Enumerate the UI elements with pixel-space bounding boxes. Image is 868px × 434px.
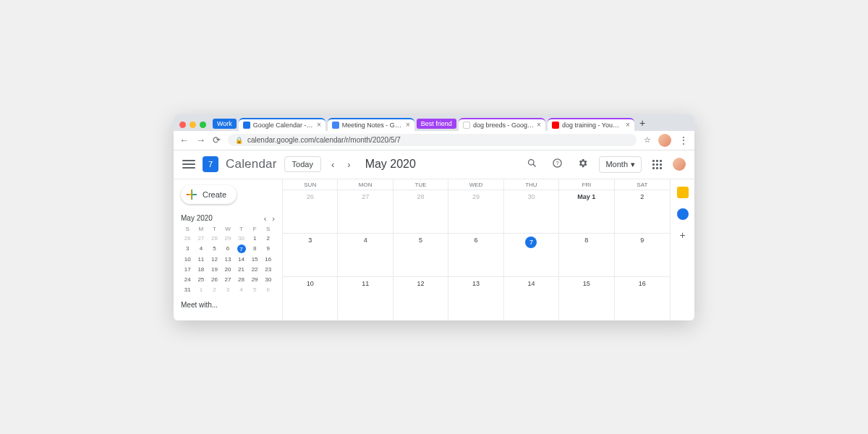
mini-day-cell[interactable]: 28 <box>208 234 221 242</box>
mini-day-cell[interactable]: 10 <box>181 255 195 263</box>
mini-day-cell[interactable]: 6 <box>221 244 235 253</box>
mini-calendar[interactable]: SMTWTFS262728293012345678910111213141516… <box>181 226 275 294</box>
mini-prev-button[interactable]: ‹ <box>264 214 267 223</box>
tab-google-calendar[interactable]: Google Calendar - May 20... × <box>239 118 326 131</box>
google-apps-icon[interactable] <box>649 160 665 169</box>
meet-with-link[interactable]: Meet with... <box>181 301 275 309</box>
mini-day-cell[interactable]: 2 <box>208 286 221 294</box>
mini-day-cell[interactable]: 22 <box>248 265 262 273</box>
day-cell[interactable]: 13 <box>448 277 503 320</box>
day-cell[interactable]: 14 <box>504 277 559 320</box>
profile-avatar[interactable] <box>658 134 671 147</box>
mini-day-cell[interactable]: 29 <box>221 234 235 242</box>
day-cell[interactable]: 6 <box>448 234 503 276</box>
day-cell[interactable]: 5 <box>393 234 448 276</box>
tab-group-work[interactable]: Work <box>213 119 237 129</box>
mini-day-cell[interactable]: 24 <box>181 276 195 284</box>
search-icon[interactable] <box>523 158 541 171</box>
mini-day-cell[interactable]: 6 <box>261 286 275 294</box>
next-month-button[interactable]: › <box>344 159 353 170</box>
mini-day-cell[interactable]: 12 <box>208 255 221 263</box>
tab-group-best-friend[interactable]: Best friend <box>417 119 456 129</box>
back-button[interactable]: ← <box>179 135 189 145</box>
account-avatar[interactable] <box>673 158 686 171</box>
mini-day-cell[interactable]: 17 <box>181 265 195 273</box>
tab-dog-breeds[interactable]: dog breeds - Google Sear... × <box>459 118 545 131</box>
mini-day-cell[interactable]: 4 <box>234 286 248 294</box>
day-cell[interactable]: 26 <box>283 190 338 233</box>
mini-day-cell[interactable]: 7 <box>237 244 246 253</box>
mini-day-cell[interactable]: 1 <box>248 234 262 242</box>
mini-day-cell[interactable]: 14 <box>234 255 248 263</box>
mini-day-cell[interactable]: 26 <box>181 234 195 242</box>
keep-icon[interactable] <box>677 187 689 198</box>
day-cell[interactable]: 8 <box>559 234 614 276</box>
mini-day-cell[interactable]: 29 <box>248 276 262 284</box>
mini-day-cell[interactable]: 13 <box>221 255 235 263</box>
mini-day-cell[interactable]: 30 <box>261 276 275 284</box>
day-cell[interactable]: 16 <box>615 277 670 320</box>
mini-day-cell[interactable]: 15 <box>248 255 262 263</box>
tab-dog-training[interactable]: dog training - YouTube × <box>548 118 634 131</box>
close-tab-icon[interactable]: × <box>406 122 410 129</box>
maximize-window-icon[interactable] <box>200 122 206 128</box>
day-cell[interactable]: 30 <box>504 190 559 233</box>
mini-day-cell[interactable]: 31 <box>181 286 195 294</box>
mini-day-cell[interactable]: 5 <box>248 286 262 294</box>
mini-day-cell[interactable]: 27 <box>195 234 208 242</box>
new-tab-button[interactable]: + <box>637 117 650 131</box>
mini-day-cell[interactable]: 11 <box>195 255 208 263</box>
bookmark-star-icon[interactable]: ☆ <box>644 135 651 145</box>
day-cell[interactable]: 15 <box>559 277 614 320</box>
day-cell[interactable]: 4 <box>338 234 393 276</box>
minimize-window-icon[interactable] <box>190 122 196 128</box>
main-menu-icon[interactable] <box>182 160 195 169</box>
mini-next-button[interactable]: › <box>272 214 275 223</box>
mini-day-cell[interactable]: 20 <box>221 265 235 273</box>
day-cell[interactable]: 2 <box>615 190 670 233</box>
mini-day-cell[interactable]: 5 <box>208 244 221 253</box>
mini-day-cell[interactable]: 8 <box>248 244 262 253</box>
mini-day-cell[interactable]: 30 <box>234 234 248 242</box>
prev-month-button[interactable]: ‹ <box>328 159 337 170</box>
add-addon-icon[interactable]: + <box>679 230 685 240</box>
day-cell[interactable]: May 1 <box>559 190 614 233</box>
day-cell[interactable]: 9 <box>615 234 670 276</box>
mini-day-cell[interactable]: 27 <box>221 276 235 284</box>
day-cell[interactable]: 28 <box>393 190 448 233</box>
day-cell[interactable]: 7 <box>504 234 559 276</box>
mini-day-cell[interactable]: 3 <box>181 244 195 253</box>
day-cell[interactable]: 27 <box>338 190 393 233</box>
tasks-icon[interactable] <box>677 208 689 220</box>
day-cell[interactable]: 10 <box>283 277 338 320</box>
view-selector[interactable]: Month ▾ <box>599 156 642 173</box>
mini-day-cell[interactable]: 19 <box>208 265 221 273</box>
day-cell[interactable]: 29 <box>448 190 503 233</box>
mini-day-cell[interactable]: 28 <box>234 276 248 284</box>
address-bar[interactable]: 🔒 calendar.google.com/calendar/r/month/2… <box>228 134 637 146</box>
browser-menu-icon[interactable]: ⋮ <box>678 135 689 145</box>
mini-day-cell[interactable]: 18 <box>195 265 208 273</box>
help-icon[interactable]: ? <box>548 158 566 171</box>
mini-day-cell[interactable]: 1 <box>195 286 208 294</box>
mini-day-cell[interactable]: 3 <box>221 286 235 294</box>
mini-day-cell[interactable]: 26 <box>208 276 221 284</box>
create-button[interactable]: Create <box>181 185 237 204</box>
reload-button[interactable]: ⟳ <box>213 135 221 145</box>
mini-day-cell[interactable]: 2 <box>261 234 275 242</box>
today-button[interactable]: Today <box>284 156 321 172</box>
close-window-icon[interactable] <box>179 122 186 128</box>
close-tab-icon[interactable]: × <box>537 122 541 129</box>
tab-meeting-notes[interactable]: Meeting Notes - Google D... × <box>328 118 414 131</box>
close-tab-icon[interactable]: × <box>626 122 630 129</box>
day-cell[interactable]: 3 <box>283 234 338 276</box>
mini-day-cell[interactable]: 23 <box>261 265 275 273</box>
mini-day-cell[interactable]: 4 <box>195 244 208 253</box>
close-tab-icon[interactable]: × <box>317 122 321 129</box>
day-cell[interactable]: 11 <box>338 277 393 320</box>
mini-day-cell[interactable]: 9 <box>261 244 275 253</box>
mini-day-cell[interactable]: 16 <box>261 255 275 263</box>
day-cell[interactable]: 12 <box>393 277 448 320</box>
settings-gear-icon[interactable] <box>574 158 592 171</box>
mini-day-cell[interactable]: 25 <box>195 276 208 284</box>
